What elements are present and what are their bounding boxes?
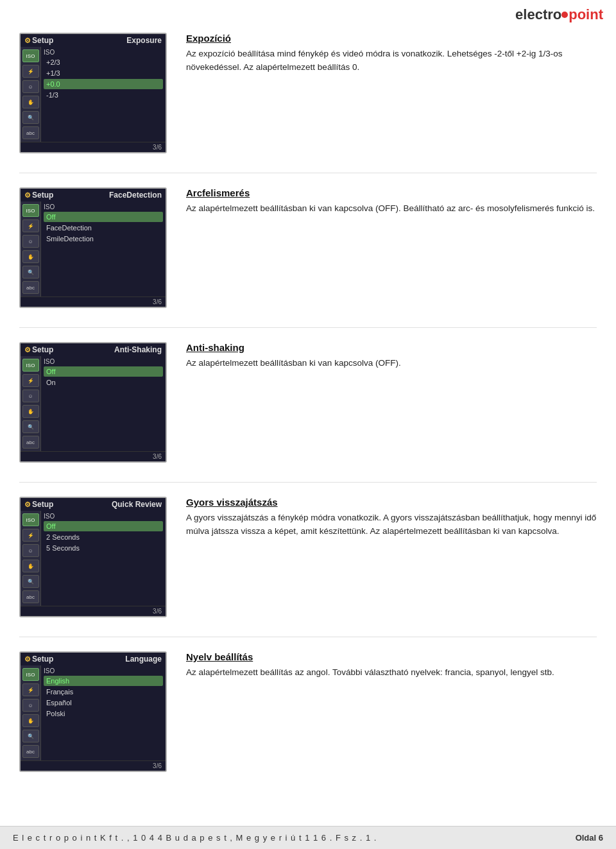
cam-title-left: ⚙Setup [24, 191, 53, 200]
cam-menu-item-0: +2/3 [44, 57, 163, 67]
cam-menu-item-3: Polski [44, 708, 163, 719]
cam-menu: ISOEnglishFrançaisEspañolPolski [41, 665, 166, 760]
cam-sidebar-icon-2: ☺ [22, 544, 39, 557]
cam-menu-item-2: SmileDetection [44, 234, 163, 244]
section-row-gyorsvisszajatszes: ⚙Setup Quick Review ISO⚡☺✋🔍abcISOOff2 Se… [19, 497, 597, 617]
cam-sidebar-icon-3: ✋ [22, 560, 39, 572]
footer-right: Oldal 6 [576, 833, 603, 843]
cam-sidebar-icon-5: abc [22, 590, 39, 603]
cam-footer: 3/6 [21, 760, 166, 771]
camera-screen-gyorsvisszajatszes: ⚙Setup Quick Review ISO⚡☺✋🔍abcISOOff2 Se… [19, 497, 167, 617]
cam-sidebar-icon-4: 🔍 [22, 266, 39, 279]
section-row-antishaking: ⚙Setup Anti-Shaking ISO⚡☺✋🔍abcISOOffOn3/… [19, 342, 597, 463]
cam-sidebar-icon-4: 🔍 [22, 575, 39, 588]
cam-body: ISO⚡☺✋🔍abcISOOffOn [21, 356, 166, 451]
section-desc-gyorsvisszajatszes: A gyors visszajátszás a fénykép módra vo… [186, 511, 597, 538]
footer-bar: E l e c t r o p o i n t K f t . , 1 0 4 … [0, 826, 616, 849]
cam-sidebar-icon-4: 🔍 [22, 420, 39, 433]
cam-sidebar-icon-3: ✋ [22, 96, 39, 108]
cam-sidebar-icon-1: ⚡ [22, 219, 39, 232]
cam-sidebar-icon-3: ✋ [22, 714, 39, 727]
cam-footer: 3/6 [21, 451, 166, 461]
cam-sidebar-icon-0: ISO [22, 359, 39, 372]
cam-menu: ISOOff2 Seconds5 Seconds [41, 511, 166, 606]
cam-sidebar-icon-2: ☺ [22, 235, 39, 248]
section-text-nyelvbeallitas: Nyelv beállításAz alapértelmezett beállí… [186, 651, 597, 680]
section-desc-antishaking: Az alapértelmezett beállításban ki van k… [186, 357, 597, 370]
camera-screen-antishaking: ⚙Setup Anti-Shaking ISO⚡☺✋🔍abcISOOffOn3/… [19, 342, 167, 463]
cam-header: ⚙Setup Quick Review [21, 498, 166, 511]
cam-sidebar-icon-0: ISO [22, 668, 39, 681]
cam-body: ISO⚡☺✋🔍abcISO+2/3+1/3+0.0-1/3 [21, 47, 166, 142]
cam-body: ISO⚡☺✋🔍abcISOOff2 Seconds5 Seconds [21, 511, 166, 606]
cam-menu-item-0: Off [44, 366, 163, 377]
cam-title-left: ⚙Setup [24, 36, 53, 45]
cam-menu: ISOOffOn [41, 356, 166, 451]
cam-sidebar: ISO⚡☺✋🔍abc [21, 665, 41, 760]
section-row-nyelvbeallitas: ⚙Setup Language ISO⚡☺✋🔍abcISOEnglishFran… [19, 651, 597, 772]
cam-iso-row: ISO [44, 49, 163, 56]
cam-sidebar-icon-1: ⚡ [22, 529, 39, 542]
cam-sidebar-icon-3: ✋ [22, 405, 39, 418]
cam-sidebar-icon-5: abc [22, 281, 39, 294]
cam-body: ISO⚡☺✋🔍abcISOOffFaceDetectionSmileDetect… [21, 202, 166, 296]
cam-sidebar: ISO⚡☺✋🔍abc [21, 511, 41, 606]
cam-sidebar-icon-1: ⚡ [22, 683, 39, 696]
logo-dot [561, 12, 568, 18]
cam-sidebar-icon-1: ⚡ [22, 65, 39, 78]
gear-icon: ⚙ [24, 37, 31, 44]
section-text-expozicio: ExpozícióAz expozíció beállítása mind fé… [186, 33, 597, 74]
cam-title-right: Quick Review [112, 500, 162, 509]
cam-sidebar-icon-5: abc [22, 745, 39, 758]
gear-icon: ⚙ [24, 191, 31, 199]
sections-container: ⚙Setup Exposure ISO⚡☺✋🔍abcISO+2/3+1/3+0.… [19, 33, 597, 772]
section-desc-expozicio: Az expozíció beállítása mind fénykép és … [186, 47, 597, 74]
section-desc-nyelvbeallitas: Az alapértelmezett beállítás az angol. T… [186, 666, 597, 680]
cam-menu-item-1: On [44, 377, 163, 388]
cam-iso-row: ISO [44, 513, 163, 520]
cam-sidebar-icon-5: abc [22, 126, 39, 139]
cam-title-right: FaceDetection [109, 191, 162, 200]
cam-sidebar: ISO⚡☺✋🔍abc [21, 47, 41, 142]
section-title-expozicio: Expozíció [186, 33, 597, 44]
cam-title-right: Anti-Shaking [114, 345, 162, 354]
cam-iso-row: ISO [44, 203, 163, 210]
cam-sidebar-icon-1: ⚡ [22, 374, 39, 387]
cam-sidebar-icon-2: ☺ [22, 390, 39, 402]
cam-menu-item-1: 2 Seconds [44, 532, 163, 542]
camera-screen-nyelvbeallitas: ⚙Setup Language ISO⚡☺✋🔍abcISOEnglishFran… [19, 651, 167, 772]
cam-sidebar-icon-4: 🔍 [22, 730, 39, 742]
cam-title-left: ⚙Setup [24, 345, 53, 354]
cam-footer: 3/6 [21, 142, 166, 152]
section-title-antishaking: Anti-shaking [186, 342, 597, 353]
cam-menu: ISOOffFaceDetectionSmileDetection [41, 202, 166, 296]
cam-footer: 3/6 [21, 296, 166, 307]
logo-point: point [569, 6, 603, 23]
cam-menu-item-2: 5 Seconds [44, 543, 163, 553]
section-title-gyorsvisszajatszes: Gyors visszajátszás [186, 497, 597, 508]
cam-sidebar-icon-3: ✋ [22, 250, 39, 263]
section-text-antishaking: Anti-shakingAz alapértelmezett beállítás… [186, 342, 597, 370]
cam-header: ⚙Setup Language [21, 653, 166, 665]
cam-menu-item-0: English [44, 676, 163, 686]
section-title-nyelvbeallitas: Nyelv beállítás [186, 651, 597, 662]
section-text-gyorsvisszajatszes: Gyors visszajátszásA gyors visszajátszás… [186, 497, 597, 538]
cam-sidebar: ISO⚡☺✋🔍abc [21, 202, 41, 296]
cam-header: ⚙Setup FaceDetection [21, 189, 166, 202]
logo-electro: electro [515, 6, 561, 23]
cam-sidebar-icon-5: abc [22, 436, 39, 449]
cam-sidebar-icon-2: ☺ [22, 699, 39, 712]
cam-iso-row: ISO [44, 358, 163, 365]
cam-header: ⚙Setup Exposure [21, 34, 166, 47]
camera-screen-expozicio: ⚙Setup Exposure ISO⚡☺✋🔍abcISO+2/3+1/3+0.… [19, 33, 167, 153]
cam-title-left: ⚙Setup [24, 500, 53, 509]
cam-menu: ISO+2/3+1/3+0.0-1/3 [41, 47, 166, 142]
main-content: ⚙Setup Exposure ISO⚡☺✋🔍abcISO+2/3+1/3+0.… [0, 26, 616, 798]
cam-body: ISO⚡☺✋🔍abcISOEnglishFrançaisEspañolPolsk… [21, 665, 166, 760]
logo: electropoint [515, 6, 603, 23]
section-title-arcfelismeres: Arcfelismerés [186, 187, 597, 198]
section-divider-2 [19, 482, 597, 483]
cam-menu-item-0: Off [44, 212, 163, 222]
gear-icon: ⚙ [24, 346, 31, 354]
footer-left: E l e c t r o p o i n t K f t . , 1 0 4 … [13, 833, 377, 843]
